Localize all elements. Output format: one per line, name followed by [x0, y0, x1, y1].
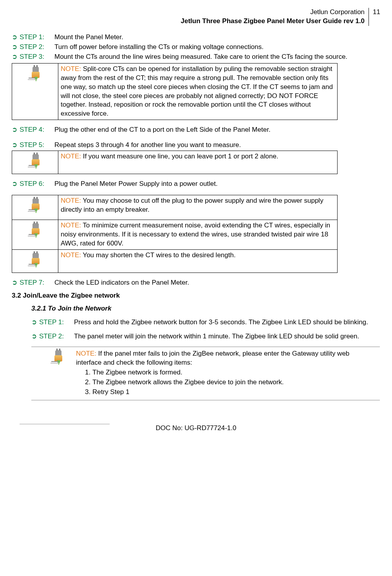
step-label: STEP 5: — [20, 141, 53, 150]
step-label: STEP 6: — [20, 180, 53, 189]
note-label: NOTE: — [61, 65, 81, 73]
step-row: ➲ STEP 7: Check the LED indicators on th… — [12, 278, 380, 287]
arrow-right-icon: ➲ — [31, 332, 39, 341]
section-heading: 3.2 Join/Leave the Zigbee network — [12, 291, 380, 300]
note-box-group: NOTE: You may choose to cut off the plug… — [12, 195, 338, 273]
power-plug-icon — [27, 198, 43, 214]
power-plug-icon — [27, 222, 43, 239]
power-plug-icon — [27, 66, 43, 82]
arrow-right-icon: ➲ — [12, 141, 20, 150]
list-item: Retry Step 1 — [92, 388, 376, 397]
step-row: ➲ STEP 5: Repeat steps 3 through 4 for a… — [12, 141, 380, 150]
power-plug-icon — [50, 349, 66, 366]
step-row: ➲ STEP 3: Mount the CTs around the line … — [12, 53, 380, 62]
arrow-right-icon: ➲ — [12, 278, 20, 287]
arrow-right-icon: ➲ — [12, 53, 20, 62]
list-item: The Zigbee network is formed. — [92, 368, 376, 377]
step-label: STEP 1: — [20, 33, 53, 42]
step-label: STEP 2: — [39, 332, 72, 341]
arrow-right-icon: ➲ — [12, 125, 20, 134]
power-plug-icon — [27, 252, 43, 269]
step-text: Press and hold the Zigbee network button… — [72, 318, 380, 327]
step-row: ➲ STEP 1: Press and hold the Zigbee netw… — [31, 318, 380, 327]
note-label: NOTE: — [61, 153, 81, 160]
page-number: 11 — [373, 8, 380, 17]
step-label: STEP 1: — [39, 318, 72, 327]
note-text: To minimize current measurement noise, a… — [61, 222, 330, 247]
note-box-1: NOTE: Split-core CTs can be opened for i… — [12, 63, 338, 120]
note-icon-cell — [12, 63, 58, 120]
step-text: Turn off power before installing the CTs… — [53, 43, 380, 52]
page-header: Jetlun Corporation Jetlun Three Phase Zi… — [12, 8, 380, 26]
step-label: STEP 3: — [20, 53, 53, 62]
note-label: NOTE: — [61, 197, 81, 204]
step-text: Mount the Panel Meter. — [53, 33, 380, 42]
doc-number: DOC No: UG-RD77724-1.0 — [156, 424, 237, 432]
note-content: NOTE: You may shorten the CT wires to th… — [58, 249, 338, 273]
step-text: Check the LED indicators on the Panel Me… — [53, 278, 380, 287]
footer-divider — [20, 424, 110, 424]
note-icon-cell — [12, 249, 58, 273]
page-footer: DOC No: UG-RD77724-1.0 — [12, 424, 380, 433]
note-icon-cell — [12, 220, 58, 249]
steps-group-a: ➲ STEP 1: Mount the Panel Meter. ➲ STEP … — [12, 33, 380, 62]
note-text: If you want measure one line, you can le… — [81, 153, 278, 160]
step-text: The panel meter will join the network wi… — [72, 332, 380, 341]
step-text: Plug the Panel Meter Power Supply into a… — [53, 180, 380, 189]
step-row: ➲ STEP 6: Plug the Panel Meter Power Sup… — [12, 180, 380, 189]
company-name: Jetlun Corporation — [181, 8, 365, 17]
arrow-right-icon: ➲ — [12, 43, 20, 52]
note-text: You may shorten the CT wires to the desi… — [81, 251, 236, 259]
numbered-list: The Zigbee network is formed. The Zigbee… — [76, 368, 376, 397]
step-row: ➲ STEP 2: Turn off power before installi… — [12, 43, 380, 52]
step-label: STEP 7: — [20, 278, 53, 287]
step-row: ➲ STEP 4: Plug the other end of the CT t… — [12, 125, 380, 134]
note-label: NOTE: — [76, 350, 96, 357]
step-row: ➲ STEP 1: Mount the Panel Meter. — [12, 33, 380, 42]
note-label: NOTE: — [61, 251, 81, 259]
note-icon-cell — [31, 347, 74, 400]
note-text: You may choose to cut off the plug to th… — [61, 197, 323, 213]
note-box-2: NOTE: If you want measure one line, you … — [12, 151, 338, 174]
bottom-note-box: NOTE: If the panel mter fails to join th… — [31, 347, 380, 400]
step-text: Repeat steps 3 through 4 for another lin… — [53, 141, 380, 150]
note-intro: If the panel mter fails to join the ZigB… — [76, 350, 349, 366]
note-content: NOTE: Split-core CTs can be opened for i… — [58, 63, 338, 120]
step-text: Mount the CTs around the line wires bein… — [53, 53, 380, 62]
arrow-right-icon: ➲ — [12, 180, 20, 189]
note-icon-cell — [12, 151, 58, 174]
note-content: NOTE: If the panel mter fails to join th… — [74, 347, 380, 400]
step-label: STEP 2: — [20, 43, 53, 52]
list-item: The Zigbee network allows the Zigbee dev… — [92, 378, 376, 387]
step-label: STEP 4: — [20, 125, 53, 134]
note-content: NOTE: If you want measure one line, you … — [58, 151, 338, 174]
note-icon-cell — [12, 195, 58, 220]
arrow-right-icon: ➲ — [12, 33, 20, 42]
note-label: NOTE: — [61, 222, 81, 229]
join-steps: ➲ STEP 1: Press and hold the Zigbee netw… — [12, 318, 380, 342]
note-content: NOTE: To minimize current measurement no… — [58, 220, 338, 249]
power-plug-icon — [27, 153, 43, 170]
subsection-heading: 3.2.1 To Join the Network — [31, 304, 380, 313]
document-title: Jetlun Three Phase Zigbee Panel Meter Us… — [181, 17, 365, 26]
note-content: NOTE: You may choose to cut off the plug… — [58, 195, 338, 220]
step-row: ➲ STEP 2: The panel meter will join the … — [31, 332, 380, 341]
step-text: Plug the other end of the CT to a port o… — [53, 125, 380, 134]
note-text: Split-core CTs can be opened for install… — [61, 65, 333, 118]
arrow-right-icon: ➲ — [31, 318, 39, 327]
